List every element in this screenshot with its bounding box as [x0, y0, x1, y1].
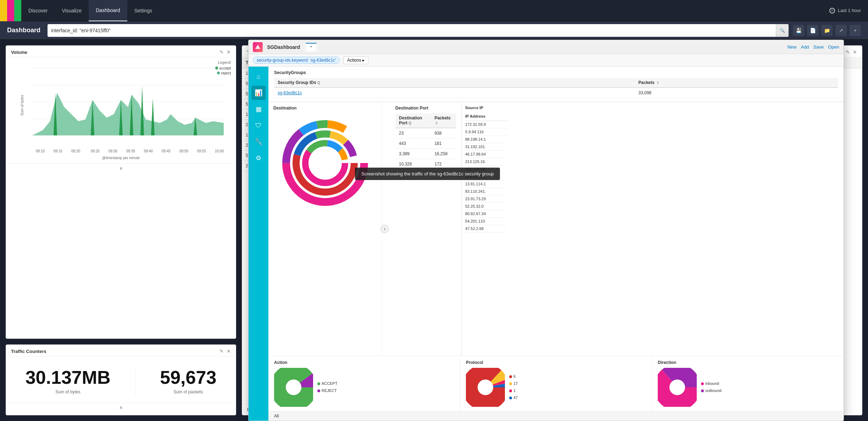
sg-protocol-pie: Protocol — [460, 356, 652, 411]
folder-icon-btn[interactable]: 📁 — [821, 25, 833, 36]
sg-open-btn[interactable]: Open — [828, 44, 839, 50]
search-bar-row: Dashboard 🔍 💾 📄 📁 ↗ ＋ — [0, 21, 868, 40]
search-input[interactable] — [51, 28, 776, 33]
action-pie-legend: ACCEPT REJECT — [317, 380, 338, 394]
svg-text:09:35: 09:35 — [126, 149, 135, 153]
inbound-dot — [701, 382, 704, 385]
bytes-metric: 30.137MB Sum of bytes — [26, 368, 111, 394]
share-icon-btn[interactable]: ↗ — [835, 25, 847, 36]
protocol-pie-title: Protocol — [466, 360, 646, 365]
ip-item: 47.52.2.68 — [465, 225, 507, 232]
nav-arrow[interactable]: › — [380, 225, 389, 233]
ip-item: 5.9.94.116 — [465, 128, 507, 136]
nav-visualize[interactable]: Visualize — [55, 0, 89, 21]
sg-id-link[interactable]: sg-63ed8c1c — [278, 90, 302, 95]
search-button[interactable]: 🔍 — [776, 24, 789, 37]
sg-id-filter[interactable]: Q — [317, 81, 320, 85]
dp-row: 23938 — [395, 128, 456, 139]
svg-text:09:45: 09:45 — [162, 149, 171, 153]
toolbar-icons: 💾 📄 📁 ↗ ＋ — [793, 25, 861, 36]
ip-item: 13.81.114.1 — [465, 180, 507, 188]
sg-dest-port-col: Destination Port Destination Port Q Pack… — [390, 102, 461, 355]
svg-marker-16 — [151, 98, 155, 135]
traffic-panel-actions: ✎ ✕ — [219, 348, 231, 354]
sg-filter-tag[interactable]: security-group-ids.keyword: 'sg-63ed8c1c… — [253, 57, 340, 64]
sg-tooltip: Screenshot showing the traffic of the sg… — [355, 168, 500, 180]
all-bar: All — [268, 411, 844, 421]
packets-value: 59,673 — [160, 368, 216, 387]
svg-point-47 — [286, 380, 301, 394]
dest-col-title: Destination — [273, 106, 377, 111]
volume-close-btn[interactable]: ✕ — [227, 49, 231, 55]
chart-svg-wrap: 1.907MB 1.431MB 976.563KB 488.281KB 0 — [32, 64, 231, 140]
proto-6-item: 6 — [509, 373, 518, 380]
volume-edit-btn[interactable]: ✎ — [219, 49, 224, 55]
ip-header: IP Address — [465, 112, 507, 121]
sg-add-btn[interactable]: Add — [801, 44, 809, 50]
ip-item: 23.91.73.29 — [465, 195, 507, 203]
sg-sidebar-bar[interactable]: ▦ — [251, 102, 266, 116]
nav-discover[interactable]: Discover — [21, 0, 55, 21]
dp-col-packets: Packets ⇕ — [431, 113, 456, 128]
export-icon-btn[interactable]: 📄 — [807, 25, 818, 36]
volume-title: Volume — [11, 50, 27, 55]
traffic-panel-header: Traffic Counters ✎ ✕ — [6, 345, 236, 357]
main-content: Volume ✎ ✕ Legend accept reject — [0, 40, 868, 421]
sg-sidebar-shield[interactable]: 🛡 — [251, 118, 266, 133]
sg-tab-main[interactable]: * — [306, 43, 317, 51]
sg-table-section: SecurityGroups Security Group IDs Q Pack… — [268, 67, 844, 102]
volume-panel-header: Volume ✎ ✕ — [6, 46, 236, 57]
logo — [0, 0, 21, 21]
packets-metric: 59,673 Sum of packets — [160, 368, 216, 394]
sg-sidebar-chart[interactable]: 📊 — [251, 86, 266, 100]
save-icon-btn[interactable]: 💾 — [793, 25, 804, 36]
rejected-close-btn[interactable]: ✕ — [853, 49, 857, 55]
metric-divider — [135, 367, 135, 395]
sg-destination-col: Destination — [268, 102, 382, 355]
ip-item: 83.110.241. — [465, 188, 507, 195]
proto-17-dot — [509, 382, 512, 385]
sg-new-btn[interactable]: New — [787, 44, 796, 50]
outbound-dot — [701, 389, 704, 392]
sg-section-title: SecurityGroups — [274, 70, 838, 75]
logo-bar-yellow — [0, 0, 7, 21]
traffic-edit-btn[interactable]: ✎ — [219, 348, 224, 354]
sg-logo — [253, 42, 263, 52]
traffic-collapse-btn[interactable]: ∧ — [6, 403, 236, 412]
svg-text:09:30: 09:30 — [108, 149, 117, 153]
dp-col-port: Destination Port Q — [395, 113, 431, 128]
time-label: Last 1 hour — [838, 8, 861, 13]
direction-pie-wrap: inbound outbound — [658, 368, 838, 407]
legend-label: Legend — [215, 60, 231, 64]
volume-panel-actions: ✎ ✕ — [219, 49, 231, 55]
sg-col-packets: Packets ⇕ — [635, 78, 838, 88]
volume-collapse-btn[interactable]: ∧ — [6, 163, 236, 173]
packets-label: Sum of packets — [160, 389, 216, 394]
sg-source-ip-col: Source IP IP Address 172.31.59.9 5.9.94.… — [461, 102, 511, 355]
action-pie-svg — [274, 368, 313, 407]
add-icon-btn[interactable]: ＋ — [850, 25, 861, 36]
ip-item: 172.31.59.9 — [465, 121, 507, 128]
dp-filter[interactable]: Q — [408, 121, 411, 125]
search-input-wrap: 🔍 — [48, 24, 789, 37]
sg-save-btn[interactable]: Save — [813, 44, 824, 50]
sg-direction-pie: Direction inbound — [652, 356, 844, 411]
sg-actions-btn[interactable]: Actions ▸ — [343, 56, 368, 64]
sg-body: ⌂ 📊 ▦ 🛡 🔧 ⚙ SecurityGroups Security Grou… — [249, 67, 844, 421]
volume-chart-svg: 1.907MB 1.431MB 976.563KB 488.281KB 0 — [32, 64, 224, 139]
traffic-metrics: 30.137MB Sum of bytes 59,673 Sum of pack… — [6, 357, 236, 403]
nav-dashboard[interactable]: Dashboard — [89, 0, 127, 21]
bytes-value: 30.137MB — [26, 368, 111, 387]
svg-text:09:50: 09:50 — [179, 149, 188, 153]
sg-titlebar: SGDashboard * New Add Save Open — [249, 40, 844, 54]
traffic-close-btn[interactable]: ✕ — [227, 348, 231, 354]
sg-data-table: Security Group IDs Q Packets ⇕ sg-63ed8c… — [274, 78, 838, 98]
rejected-edit-btn[interactable]: ✎ — [846, 49, 850, 55]
sg-main: SecurityGroups Security Group IDs Q Pack… — [268, 67, 844, 421]
sg-sidebar-home[interactable]: ⌂ — [251, 69, 266, 84]
sg-sidebar-gear[interactable]: ⚙ — [251, 151, 266, 165]
action-pie-title: Action — [274, 360, 454, 365]
sg-sidebar-tool[interactable]: 🔧 — [251, 135, 266, 149]
nav-settings[interactable]: Settings — [127, 0, 160, 21]
time-picker[interactable]: ⏱ Last 1 hour — [829, 8, 868, 13]
